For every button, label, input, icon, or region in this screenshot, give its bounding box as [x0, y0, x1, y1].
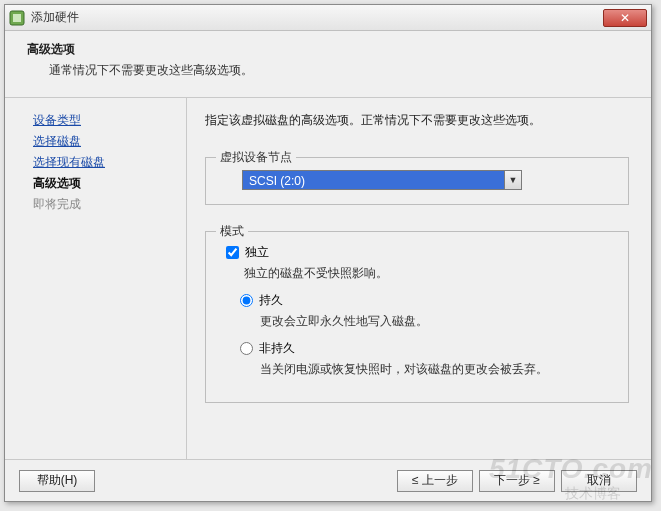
close-button[interactable]: ✕	[603, 9, 647, 27]
titlebar: 添加硬件 ✕	[5, 5, 651, 31]
instruction-text: 指定该虚拟磁盘的高级选项。正常情况下不需要更改这些选项。	[205, 112, 629, 129]
window-title: 添加硬件	[31, 9, 79, 26]
close-icon: ✕	[620, 12, 630, 24]
header: 高级选项 通常情况下不需要更改这些高级选项。	[5, 31, 651, 98]
nonpersist-radio-row: 非持久	[240, 340, 618, 357]
persist-desc: 更改会立即永久性地写入磁盘。	[260, 313, 618, 330]
back-button[interactable]: ≤ 上一步	[397, 470, 473, 492]
cancel-button[interactable]: 取消	[561, 470, 637, 492]
wizard-sidebar: 设备类型 选择磁盘 选择现有磁盘 高级选项 即将完成	[5, 98, 187, 459]
svg-rect-1	[13, 14, 21, 22]
independent-checkbox[interactable]	[226, 246, 239, 259]
nonpersist-desc: 当关闭电源或恢复快照时，对该磁盘的更改会被丢弃。	[260, 361, 618, 378]
content-pane: 指定该虚拟磁盘的高级选项。正常情况下不需要更改这些选项。 虚拟设备节点 SCSI…	[187, 98, 651, 459]
virtual-device-node-legend: 虚拟设备节点	[216, 149, 296, 166]
step-advanced-options: 高级选项	[33, 175, 176, 192]
independent-checkbox-row: 独立	[226, 244, 618, 261]
virtual-device-node-fieldset: 虚拟设备节点 SCSI (2:0) ▼	[205, 157, 629, 205]
next-button[interactable]: 下一步 ≥	[479, 470, 555, 492]
dialog-window: 添加硬件 ✕ 高级选项 通常情况下不需要更改这些高级选项。 设备类型 选择磁盘 …	[4, 4, 652, 502]
persist-label: 持久	[259, 292, 283, 309]
nonpersist-label: 非持久	[259, 340, 295, 357]
chevron-down-icon[interactable]: ▼	[504, 170, 522, 190]
independent-desc: 独立的磁盘不受快照影响。	[244, 265, 618, 282]
step-device-type[interactable]: 设备类型	[33, 112, 176, 129]
help-button[interactable]: 帮助(H)	[19, 470, 95, 492]
mode-legend: 模式	[216, 223, 248, 240]
header-subtitle: 通常情况下不需要更改这些高级选项。	[27, 62, 633, 79]
mode-fieldset: 模式 独立 独立的磁盘不受快照影响。 持久 更改会立即永久性地写入磁盘。 非持久…	[205, 231, 629, 403]
virtual-device-node-value: SCSI (2:0)	[242, 170, 504, 190]
step-ready-complete: 即将完成	[33, 196, 176, 213]
independent-label: 独立	[245, 244, 269, 261]
virtual-device-node-dropdown[interactable]: SCSI (2:0) ▼	[242, 170, 522, 190]
step-existing-disk[interactable]: 选择现有磁盘	[33, 154, 176, 171]
app-icon	[9, 10, 25, 26]
persist-radio[interactable]	[240, 294, 253, 307]
step-select-disk[interactable]: 选择磁盘	[33, 133, 176, 150]
nonpersist-radio[interactable]	[240, 342, 253, 355]
footer: 帮助(H) ≤ 上一步 下一步 ≥ 取消	[5, 459, 651, 501]
body: 设备类型 选择磁盘 选择现有磁盘 高级选项 即将完成 指定该虚拟磁盘的高级选项。…	[5, 98, 651, 459]
persist-radio-row: 持久	[240, 292, 618, 309]
header-title: 高级选项	[27, 41, 633, 58]
